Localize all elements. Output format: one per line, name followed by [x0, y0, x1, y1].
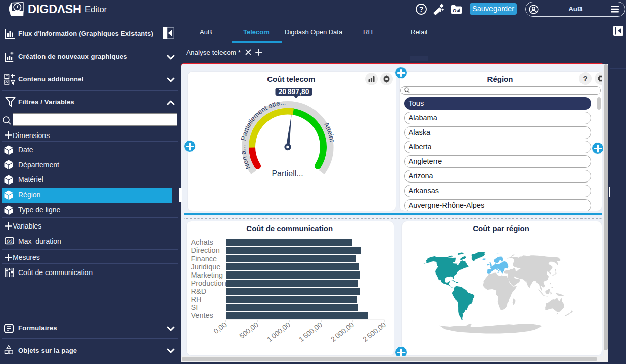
svg-text:O: O	[453, 8, 456, 13]
svg-text:Partiell...: Partiell...	[272, 169, 303, 178]
svg-text:20 897,80: 20 897,80	[278, 87, 309, 96]
svg-text:?: ?	[419, 5, 424, 13]
svg-text:(x): (x)	[7, 238, 13, 244]
